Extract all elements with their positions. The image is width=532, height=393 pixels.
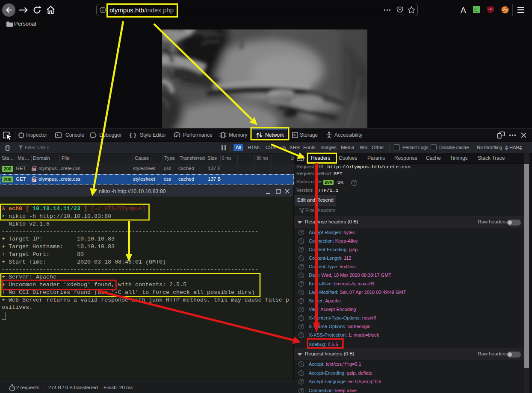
svg-text:UO: UO bbox=[489, 8, 493, 11]
